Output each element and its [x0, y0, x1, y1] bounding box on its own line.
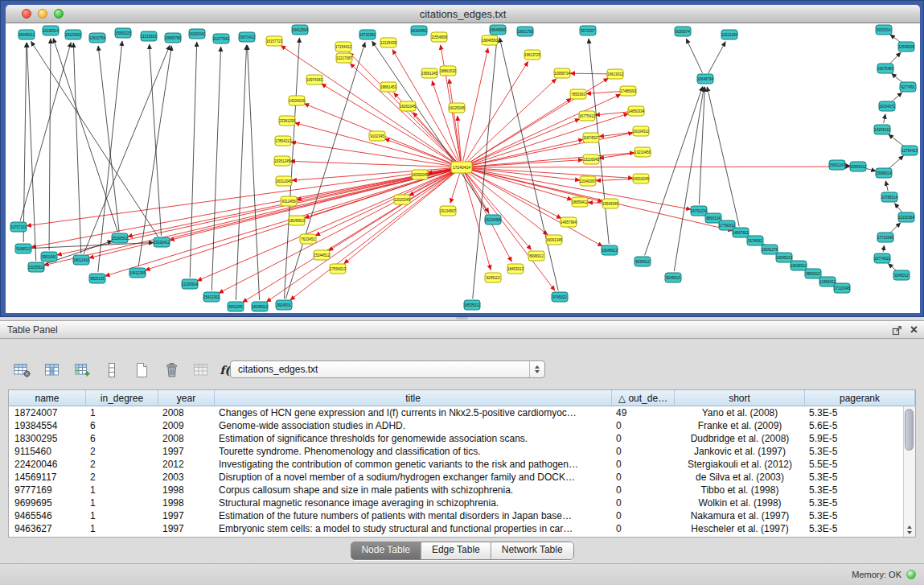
graph-node[interactable]: 12610754 — [89, 33, 106, 43]
graph-node[interactable]: 19061793 — [517, 27, 534, 36]
graph-node[interactable]: 22040097 — [580, 176, 597, 186]
combobox-arrows-icon[interactable] — [529, 361, 544, 377]
graph-node[interactable]: 14204016 — [289, 96, 306, 105]
graph-node[interactable]: 18059412 — [572, 197, 589, 207]
scroll-up-icon[interactable] — [907, 525, 912, 529]
graph-node[interactable]: 9245012 — [893, 270, 910, 280]
table-row[interactable]: 2242004622012Investigating the contribut… — [9, 458, 903, 471]
import-table-button[interactable] — [191, 360, 211, 380]
graph-node[interactable]: 7623451 — [300, 234, 316, 244]
memory-status-indicator[interactable] — [906, 570, 916, 579]
table-row[interactable]: 946554611997Estimation of the future num… — [9, 509, 903, 522]
graph-node[interactable]: 15134456 — [485, 215, 502, 225]
graph-node[interactable]: 16648794 — [697, 74, 714, 84]
graph-node[interactable]: 21260914 — [182, 279, 199, 289]
float-panel-icon[interactable] — [892, 325, 902, 336]
graph-node[interactable]: 17710345 — [877, 233, 894, 242]
graph-node[interactable]: 23381290 — [279, 116, 296, 126]
graph-node[interactable]: 16849560 — [482, 35, 499, 45]
graph-node[interactable]: 16774021 — [874, 253, 891, 263]
network-canvas[interactable]: 2604501210196514181034021261075415950325… — [6, 23, 920, 313]
graph-node[interactable]: 16260041 — [189, 29, 206, 39]
graph-node[interactable]: 16791234 — [691, 206, 708, 216]
graph-node[interactable]: 13210456 — [634, 147, 651, 157]
table-select-combobox[interactable]: citations_edges.txt — [230, 360, 545, 378]
graph-node[interactable]: 5901041 — [41, 252, 57, 262]
graph-node[interactable]: 16261045 — [400, 101, 417, 111]
graph-node[interactable]: 9245013 — [665, 273, 681, 282]
graph-node[interactable]: 10788214 — [881, 192, 898, 202]
column-header-out_degree[interactable]: △ out_de… — [612, 390, 675, 406]
graph-node[interactable]: 16104312 — [633, 126, 650, 136]
graph-node[interactable]: 16775412 — [579, 111, 596, 121]
graph-node[interactable]: 19412504 — [292, 25, 309, 35]
graph-node[interactable]: 15292412 — [154, 237, 170, 247]
graph-node[interactable]: 17154412 — [335, 42, 352, 51]
graph-node[interactable]: 12754413 — [901, 146, 918, 155]
graph-node[interactable]: 16312045 — [276, 176, 293, 186]
tab-node-table[interactable]: Node Table — [351, 542, 421, 559]
graph-node[interactable]: 9031245 — [228, 302, 244, 311]
graph-node[interactable]: 21277041 — [213, 34, 230, 43]
graph-node[interactable]: 19075483 — [877, 64, 894, 73]
scrollbar-thumb[interactable] — [905, 409, 914, 451]
graph-node[interactable]: 18103402 — [65, 30, 82, 39]
graph-node[interactable]: 10196514 — [43, 26, 60, 35]
scroll-down-icon[interactable] — [907, 531, 912, 534]
graph-node[interactable]: 15035910 — [28, 262, 45, 272]
graph-node[interactable]: 10412345 — [129, 268, 146, 278]
column-header-year[interactable]: year — [158, 390, 215, 406]
graph-node[interactable]: 9634012 — [634, 257, 651, 266]
graph-node[interactable]: 16157723 — [266, 36, 283, 46]
column-header-short[interactable]: short — [675, 390, 805, 406]
graph-node[interactable]: 12125439 — [380, 38, 397, 47]
graph-node[interactable]: 9134562 — [747, 236, 763, 245]
graph-node[interactable]: 13216045 — [583, 154, 600, 164]
graph-node[interactable]: 11549028 — [898, 42, 914, 51]
graph-node[interactable]: 12217087 — [336, 53, 353, 63]
tab-network-table[interactable]: Network Table — [491, 542, 573, 559]
graph-node[interactable]: 17854312 — [275, 136, 292, 146]
graph-node[interactable]: 18184952 — [411, 26, 428, 35]
graph-node[interactable]: 16034512 — [791, 261, 807, 270]
table-row[interactable]: 969969511998Structural magnetic resonanc… — [9, 496, 903, 509]
graph-node[interactable]: 9924501 — [276, 300, 292, 310]
table-row[interactable]: 1830029562008Estimation of significance … — [9, 432, 903, 445]
graph-node[interactable]: 26045012 — [18, 30, 35, 39]
graph-node-hub[interactable]: 17240414 — [451, 162, 472, 173]
graph-node[interactable]: 19613012 — [607, 69, 624, 79]
graph-node[interactable]: 9245113 — [485, 273, 501, 282]
graph-node[interactable]: 18154371 — [879, 101, 896, 111]
graph-node[interactable]: 15244512 — [314, 250, 331, 260]
graph-node[interactable]: 15950325 — [115, 28, 132, 38]
graph-node[interactable]: 14850334 — [628, 106, 645, 116]
graph-node[interactable]: 15998114 — [876, 168, 892, 178]
graph-node[interactable]: 11554808 — [431, 32, 447, 42]
graph-node[interactable]: 17594013 — [330, 264, 347, 274]
graph-node[interactable]: 12100354 — [898, 212, 915, 222]
graph-node[interactable]: 9312456 — [281, 196, 297, 206]
table-row[interactable]: 977716911998Corpus callosum shape and si… — [9, 484, 903, 496]
graph-node[interactable]: 10974343 — [306, 75, 323, 84]
graph-node[interactable]: 9186512 — [15, 244, 31, 253]
graph-node[interactable]: 7850393 — [570, 89, 586, 99]
graph-node[interactable]: 19561245 — [421, 68, 438, 78]
graph-node[interactable]: 16225045 — [449, 103, 466, 113]
graph-node[interactable]: 12450412 — [819, 277, 836, 286]
column-header-title[interactable]: title — [215, 390, 612, 406]
graph-node[interactable]: 9505135 — [89, 274, 105, 283]
graph-node[interactable]: 8183074 — [675, 27, 691, 36]
graph-node[interactable]: 18453013 — [507, 264, 524, 274]
table-row[interactable]: 1872400712008Changes of HCN gene express… — [9, 406, 903, 419]
graph-node[interactable]: 16091345 — [546, 235, 563, 245]
graph-node[interactable]: 20351245 — [274, 156, 291, 166]
graph-node[interactable]: 16045613 — [602, 245, 618, 255]
graph-node[interactable]: 10757101 — [10, 222, 27, 232]
graph-node[interactable]: 15672412 — [239, 32, 256, 42]
column-header-name[interactable]: name — [9, 390, 86, 406]
column-header-in_degree[interactable]: in_degree — [86, 390, 158, 406]
graph-node[interactable]: 16916245 — [633, 174, 650, 183]
graph-node[interactable]: 14957964 — [561, 217, 577, 227]
graph-node[interactable]: 16720382 — [359, 30, 376, 39]
network-window-titlebar[interactable]: citations_edges.txt — [6, 5, 920, 23]
